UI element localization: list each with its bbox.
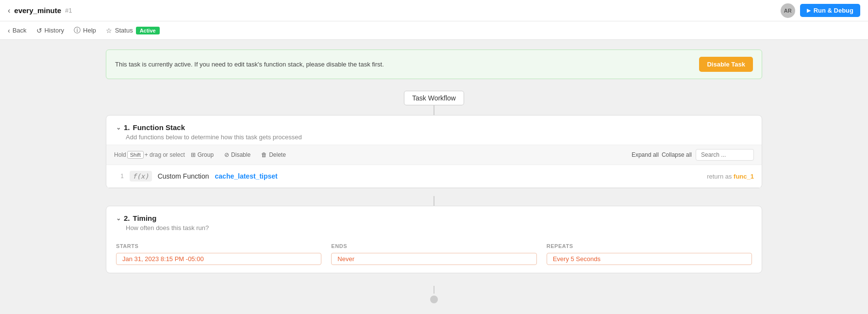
group-icon: ⊞	[191, 151, 196, 158]
function-stack-header: ⌄ 1. Function Stack Add functions below …	[106, 116, 762, 145]
alert-banner: This task is currently active. If you ne…	[106, 50, 762, 79]
connector-line-1	[434, 105, 434, 115]
history-nav-item[interactable]: ↺ History	[36, 27, 64, 34]
task-name: every_minute	[14, 6, 61, 15]
ends-label: ENDS	[331, 243, 536, 249]
help-nav-item[interactable]: ⓘ Help	[74, 26, 96, 35]
timing-grid: STARTS Jan 31, 2023 8:15 PM -05:00 ENDS …	[106, 235, 762, 273]
delete-button[interactable]: 🗑 Delete	[256, 149, 291, 160]
return-link[interactable]: func_1	[734, 173, 754, 180]
shift-badge: Shift	[127, 151, 144, 159]
bottom-line	[434, 286, 434, 294]
function-stack-title: ⌄ 1. Function Stack	[116, 123, 752, 132]
function-stack-section: ⌄ 1. Function Stack Add functions below …	[106, 115, 762, 188]
collapse-all-button[interactable]: Collapse all	[662, 151, 692, 158]
header-left: ‹ every_minute #1	[8, 6, 72, 15]
return-label: return as	[707, 173, 732, 180]
repeats-label: REPEATS	[547, 243, 752, 249]
function-icon: f(x)	[130, 171, 152, 182]
ends-value: Never	[331, 253, 536, 265]
timing-section-title: Timing	[133, 214, 157, 222]
disable-task-button[interactable]: Disable Task	[699, 57, 753, 72]
header-right: AR Run & Debug	[781, 3, 860, 18]
back-nav-item[interactable]: ‹ Back	[8, 27, 27, 34]
function-stack-subtitle: Add functions below to determine how thi…	[126, 133, 752, 141]
timing-starts-col: STARTS Jan 31, 2023 8:15 PM -05:00	[116, 243, 321, 265]
connector-line-2	[434, 196, 434, 206]
timing-repeats-col: REPEATS Every 5 Seconds	[547, 243, 752, 265]
expand-collapse: Expand all Collapse all	[632, 151, 692, 158]
function-return: return as func_1	[707, 173, 754, 180]
status-label: Status	[115, 27, 133, 34]
avatar: AR	[781, 3, 795, 18]
timing-ends-col: ENDS Never	[331, 243, 536, 265]
main-content: This task is currently active. If you ne…	[94, 40, 774, 314]
workflow-container: Task Workflow ⌄ 1. Function Stack Add fu…	[106, 91, 762, 308]
function-name-link[interactable]: cache_latest_tipset	[215, 172, 278, 180]
help-icon: ⓘ	[74, 26, 81, 35]
stack-toolbar: Hold Shift + drag or select ⊞ Group ⊘ Di…	[106, 145, 762, 165]
timing-section: ⌄ 2. Timing How often does this task run…	[106, 206, 762, 273]
timing-subtitle: How often does this task run?	[126, 224, 752, 231]
chevron-down-icon[interactable]: ⌄	[116, 124, 121, 131]
back-label: Back	[13, 27, 27, 34]
alert-message: This task is currently active. If you ne…	[115, 61, 384, 68]
function-label: Custom Function	[158, 172, 209, 180]
task-id: #1	[65, 7, 72, 14]
hold-label: Hold	[114, 151, 126, 158]
workflow-label: Task Workflow	[404, 91, 464, 105]
history-icon: ↺	[36, 27, 42, 34]
search-input[interactable]	[696, 149, 754, 161]
toolbar-right: Expand all Collapse all	[632, 149, 754, 161]
timing-chevron-icon[interactable]: ⌄	[116, 215, 121, 222]
sub-nav: ‹ Back ↺ History ⓘ Help ☆ Status Active	[0, 21, 868, 40]
section-title-text: Function Stack	[133, 123, 185, 132]
disable-button[interactable]: ⊘ Disable	[219, 149, 255, 160]
back-arrow-icon[interactable]: ‹	[8, 6, 10, 15]
status-nav-item: ☆ Status Active	[106, 27, 160, 34]
delete-icon: 🗑	[261, 151, 267, 158]
starts-label: STARTS	[116, 243, 321, 249]
disable-icon: ⊘	[224, 151, 229, 158]
timing-header: ⌄ 2. Timing How often does this task run…	[106, 206, 762, 235]
repeats-value: Every 5 Seconds	[547, 253, 752, 265]
bottom-connector	[430, 281, 438, 308]
help-label: Help	[83, 27, 96, 34]
back-icon: ‹	[8, 27, 10, 34]
bottom-dot-icon	[430, 296, 438, 303]
group-button[interactable]: ⊞ Group	[186, 149, 218, 160]
toolbar-left: Hold Shift + drag or select ⊞ Group ⊘ Di…	[114, 149, 630, 160]
row-number: 1	[114, 173, 124, 180]
section-number-1: 1.	[124, 123, 130, 132]
timing-section-number: 2.	[124, 214, 130, 222]
function-row: 1 f(x) Custom Function cache_latest_tips…	[106, 165, 762, 188]
top-header: ‹ every_minute #1 AR Run & Debug	[0, 0, 868, 21]
run-debug-button[interactable]: Run & Debug	[800, 4, 860, 17]
expand-all-button[interactable]: Expand all	[632, 151, 659, 158]
starts-value: Jan 31, 2023 8:15 PM -05:00	[116, 253, 321, 265]
history-label: History	[45, 27, 64, 34]
star-icon: ☆	[106, 27, 112, 34]
timing-title: ⌄ 2. Timing	[116, 214, 752, 222]
drag-label: + drag or select	[145, 151, 185, 158]
active-badge: Active	[136, 27, 160, 34]
